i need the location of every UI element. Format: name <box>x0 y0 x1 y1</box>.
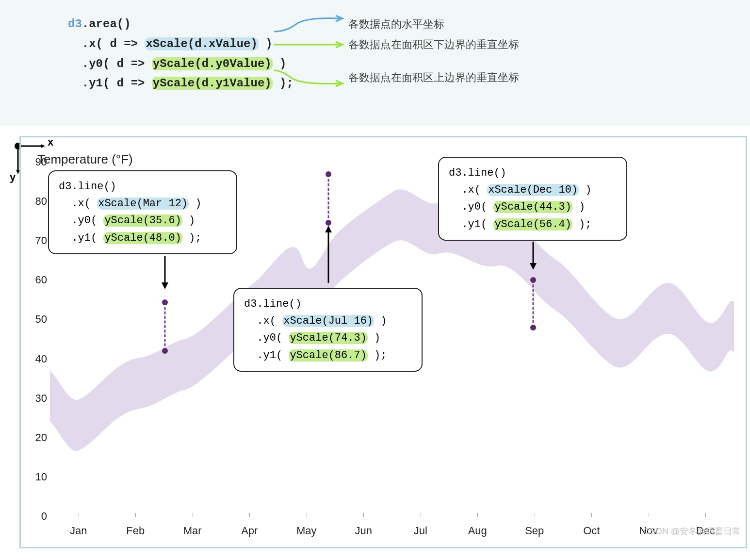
callout-mar: d3.line() .x( xScale(Mar 12) ) .y0( ySca… <box>48 170 237 254</box>
code-hl-y1scale: yScale(d.y1Value) <box>152 77 273 90</box>
data-point-mar-y0 <box>162 348 168 354</box>
x-gridline <box>705 513 706 517</box>
arrow-down-icon <box>160 256 170 290</box>
callout-dec: d3.line() .x( xScale(Dec 10) ) .y0( ySca… <box>438 157 627 241</box>
label-x-desc: 各数据点的水平坐标 <box>348 17 444 32</box>
dash-jul <box>328 174 329 223</box>
y-tick: 10 <box>31 471 47 483</box>
arrow-curve-green-2 <box>272 68 344 87</box>
x-gridline <box>477 513 478 517</box>
x-tick: May <box>292 525 321 537</box>
x-tick: Jun <box>349 525 378 537</box>
code-hl-xscale: xScale(d.xValue) <box>145 37 258 50</box>
chart-wrap: x y Temperature (°F) d3.line() .x( xScal… <box>7 136 743 548</box>
x-tick: Apr <box>235 525 264 537</box>
x-gridline <box>591 513 592 517</box>
x-gridline <box>193 513 193 517</box>
code-d3-token: d3 <box>68 17 82 31</box>
y-tick: 40 <box>31 353 47 365</box>
data-point-dec-y0 <box>530 325 536 330</box>
callout-jul: d3.line() .x( xScale(Jul 16) ) .y0( ySca… <box>233 288 423 372</box>
x-gridline <box>135 513 136 517</box>
x-gridline <box>79 513 79 517</box>
x-tick: Feb <box>121 525 150 537</box>
arrow-curve-blue <box>272 15 344 34</box>
arrow-down-icon <box>528 242 538 271</box>
label-y0-desc: 各数据点在面积区下边界的垂直坐标 <box>348 37 519 52</box>
x-tick: Oct <box>577 525 606 537</box>
data-point-dec-y1 <box>530 277 536 283</box>
code-explainer-panel: d3.area() .x( d => xScale(d.xValue) ) .y… <box>0 0 750 126</box>
data-point-jul-y1 <box>326 171 331 177</box>
x-gridline <box>249 513 250 517</box>
x-tick: Jan <box>64 525 93 537</box>
x-gridline <box>363 513 364 517</box>
x-gridline <box>535 513 535 517</box>
x-tick: Sep <box>520 525 549 537</box>
dash-dec <box>533 280 534 328</box>
y-tick: 80 <box>31 195 47 208</box>
y-tick: 20 <box>31 431 47 444</box>
x-tick: Mar <box>178 525 207 537</box>
watermark: CSDN @安冬的码畜日常 <box>644 526 741 537</box>
y-tick: 0 <box>31 510 47 523</box>
code-area-method: .area() <box>82 17 131 31</box>
arrow-up-icon <box>324 225 333 283</box>
x-tick: Aug <box>463 525 492 537</box>
y-tick: 30 <box>31 392 47 405</box>
y-tick: 60 <box>31 274 47 286</box>
x-gridline <box>421 513 421 517</box>
data-point-mar-y1 <box>162 299 168 305</box>
x-tick: Jul <box>406 525 435 537</box>
x-gridline <box>307 513 307 517</box>
dash-mar <box>164 302 166 351</box>
arrow-curve-green-1 <box>272 35 344 54</box>
y-tick: 90 <box>31 156 47 168</box>
axis-y-label: y <box>10 171 16 183</box>
chart-frame: Temperature (°F) d3.line() .x( xScale(Ma… <box>19 136 747 548</box>
code-hl-y0scale: yScale(d.y0Value) <box>152 57 273 70</box>
label-y1-desc: 各数据点在面积区上边界的垂直坐标 <box>348 70 519 85</box>
y-tick: 50 <box>31 313 47 326</box>
arrow-labels: 各数据点的水平坐标 各数据点在面积区下边界的垂直坐标 各数据点在面积区上边界的垂… <box>272 15 519 88</box>
x-gridline <box>649 513 649 517</box>
y-tick: 70 <box>31 234 47 247</box>
